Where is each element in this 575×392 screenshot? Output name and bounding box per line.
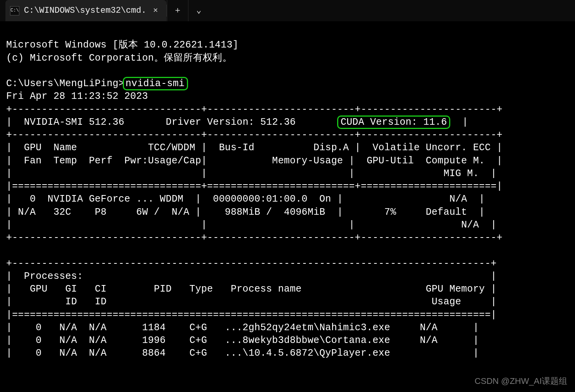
smi-col-row-3: | | | MIG M. | [6, 168, 497, 179]
banner-line-2: (c) Microsoft Corporation。保留所有权利。 [6, 53, 232, 64]
smi-sep-top: +--------------------------------+------… [6, 104, 502, 115]
smi-proc-hdr1: | GPU GI CI PID Type Process name GPU Me… [6, 283, 497, 295]
titlebar: C:\ C:\WINDOWS\system32\cmd. ✕ ＋ ⌄ [0, 0, 575, 21]
highlight-cuda-version: CUDA Version: 11.6 [337, 115, 450, 129]
smi-proc-title: | Processes: | [6, 271, 497, 282]
smi-sep-eq: |================================+======… [6, 181, 502, 192]
smi-sep-bot: +--------------------------------+------… [6, 232, 502, 243]
smi-proc-eq: |=======================================… [6, 309, 497, 321]
banner-line-1: Microsoft Windows [版本 10.0.22621.1413] [6, 39, 239, 51]
smi-col-row-1: | GPU Name TCC/WDDM | Bus-Id Disp.A | Vo… [6, 142, 502, 153]
close-icon[interactable]: ✕ [151, 5, 160, 16]
cmd-icon: C:\ [10, 6, 19, 15]
smi-proc-row-1: | 0 N/A N/A 1996 C+G ...8wekyb3d8bbwe\Co… [6, 335, 479, 346]
smi-timestamp: Fri Apr 28 11:23:52 2023 [6, 91, 148, 102]
highlight-command: nvidia-smi [123, 77, 188, 90]
smi-proc-hdr2: | ID ID Usage | [6, 296, 497, 307]
smi-proc-top: +---------------------------------------… [6, 258, 497, 269]
smi-gpu0-3: | | | N/A | [6, 219, 497, 231]
smi-proc-row-2: | 0 N/A N/A 8864 C+G ...\10.4.5.6872\QyP… [6, 348, 479, 359]
tab-title: C:\WINDOWS\system32\cmd. [24, 5, 146, 16]
smi-gpu0-2: | N/A 32C P8 6W / N/A | 988MiB / 4096MiB… [6, 207, 485, 218]
smi-sep-top2: +--------------------------------+------… [6, 129, 502, 141]
terminal-tab[interactable]: C:\ C:\WINDOWS\system32\cmd. ✕ [5, 0, 166, 21]
smi-gpu0-1: | 0 NVIDIA GeForce ... WDDM | 00000000:0… [6, 193, 485, 205]
smi-header-row: | NVIDIA-SMI 512.36 Driver Version: 512.… [6, 115, 468, 129]
prompt-path: C:\Users\MengLiPing> [6, 78, 124, 89]
smi-proc-row-0: | 0 N/A N/A 1184 C+G ...2gh52qy24etm\Nah… [6, 322, 479, 333]
watermark: CSDN @ZHW_AI课题组 [475, 375, 567, 387]
terminal-output[interactable]: Microsoft Windows [版本 10.0.22621.1413] (… [0, 21, 575, 360]
new-tab-button[interactable]: ＋ [167, 0, 188, 21]
smi-col-row-2: | Fan Temp Perf Pwr:Usage/Cap| Memory-Us… [6, 155, 502, 166]
tab-dropdown-button[interactable]: ⌄ [188, 0, 209, 21]
